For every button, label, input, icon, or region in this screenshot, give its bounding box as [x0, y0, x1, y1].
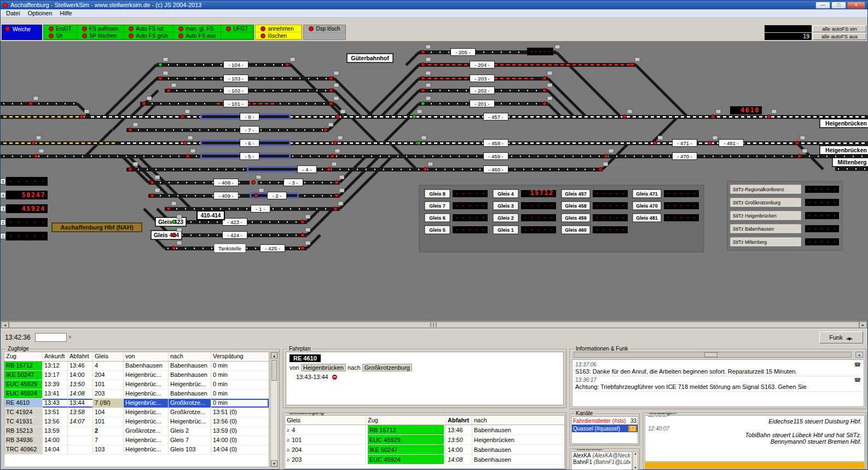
signal-red-icon[interactable] [80, 115, 84, 119]
track-segment[interactable] [126, 168, 603, 171]
signal-red-icon[interactable] [421, 89, 425, 93]
train-chip[interactable]: EUC 45924 [368, 455, 444, 464]
signal-green-icon[interactable] [172, 220, 176, 224]
gleisbelegung-column-header[interactable]: Abfahrt [446, 416, 472, 425]
signal-red-icon[interactable] [286, 63, 290, 67]
zugfolge-row[interactable]: RB 1571213:1213:464BabenhausenBabenhause… [4, 362, 269, 371]
signal-red-icon[interactable] [543, 102, 547, 106]
minimize-button[interactable]: — [815, 2, 830, 9]
signal-red-icon[interactable] [334, 207, 338, 211]
signal-red-icon[interactable] [32, 141, 36, 145]
signal-red-icon[interactable] [604, 154, 608, 158]
zugfolge-column-header[interactable]: von [124, 352, 169, 361]
signal-green-icon[interactable] [421, 102, 425, 106]
maximize-button[interactable]: □ [831, 2, 846, 9]
signal-red-icon[interactable] [181, 115, 184, 119]
signal-red-icon[interactable] [301, 233, 305, 237]
gleisbelegung-row[interactable]: ≥101EUC 4592913:50Heigenbrücken [285, 435, 564, 445]
signal-red-icon[interactable] [424, 168, 427, 171]
scroll-up-icon[interactable]: ▲ [271, 352, 277, 359]
train-chip[interactable]: IKE 50247 [368, 445, 444, 454]
track-segment[interactable] [277, 102, 334, 106]
toolbar-button[interactable]: UFGT [221, 25, 253, 32]
signal-red-icon[interactable] [186, 154, 190, 158]
signal-red-icon[interactable] [183, 141, 187, 145]
toolbar-button[interactable]: ErsGT [44, 25, 77, 32]
diagram-scrollbar[interactable]: ◄ ► [1, 321, 867, 329]
toolbar-button[interactable]: FS auflösen [77, 25, 124, 32]
signal-red-icon[interactable] [331, 154, 334, 158]
signal-red-icon[interactable] [142, 102, 146, 106]
signal-red-icon[interactable] [327, 168, 331, 171]
scroll-right-icon[interactable]: ► [859, 322, 867, 328]
signal-red-icon[interactable] [167, 89, 171, 93]
close-button[interactable]: × [847, 2, 865, 9]
toolbar-button[interactable]: löschen [256, 32, 302, 39]
signal-red-icon[interactable] [708, 141, 712, 145]
zugfolge-row[interactable]: TC 4193113:5614:07101Heigenbrüc...Heigen… [4, 417, 269, 427]
info-slider[interactable] [574, 352, 852, 358]
zugfolge-row[interactable]: TRC 4096214:04103Heigenbrüc...Gleis 1031… [4, 445, 269, 455]
signal-red-icon[interactable] [599, 168, 603, 171]
channel-item[interactable]: Quassel (#quassel)33 [572, 425, 638, 432]
track-segment[interactable] [835, 167, 868, 171]
clear-input-icon[interactable]: × [68, 334, 72, 340]
channel-item[interactable]: Fahrdienstleiter (#sts)33 [572, 417, 638, 425]
signal-red-icon[interactable] [129, 128, 132, 132]
gleisbelegung-column-header[interactable]: Gleis [285, 416, 366, 425]
teilnehmer-item[interactable]: BahnF1 (BahnF1@Lübeck [573, 459, 630, 466]
gleisbelegung-column-header[interactable]: Zug [366, 416, 446, 425]
track-segment[interactable] [1, 115, 88, 119]
signal-red-icon[interactable] [172, 233, 176, 237]
signal-red-icon[interactable] [796, 141, 800, 145]
zugfolge-column-header[interactable]: Zug [4, 352, 43, 361]
zugfolge-row[interactable]: RB 1521313:592Großkrotze...Gleis 213:59 … [4, 427, 269, 436]
funk-message[interactable]: 13:37:06☎S163: Danke für den Anruf, die … [575, 361, 861, 376]
signal-red-icon[interactable] [252, 181, 256, 185]
track-segment[interactable] [165, 89, 334, 93]
autofs-button-0[interactable]: alle autoFS ein [813, 25, 866, 32]
from-station[interactable]: Heigenbrücken [301, 364, 346, 371]
signal-red-icon[interactable] [623, 115, 627, 119]
zugfolge-row[interactable]: RB 3493614:007Heigenbrüc...Gleis 714:00 … [4, 436, 269, 445]
weiche-button[interactable]: Weiche [2, 25, 42, 40]
title-bar[interactable]: Aschaffenburg - StellwerkSim - www.stell… [1, 1, 867, 9]
teilnehmer-scrollbar[interactable]: ▲ ▼ [633, 451, 638, 470]
signal-red-icon[interactable] [34, 154, 38, 158]
train-chip[interactable]: RB 15712 [368, 425, 444, 434]
zugfolge-column-header[interactable]: Verspätung [211, 352, 269, 361]
scroll-down-icon[interactable]: ▼ [271, 460, 277, 467]
signal-red-icon[interactable] [421, 63, 425, 67]
signal-red-icon[interactable] [421, 77, 425, 81]
signal-red-icon[interactable] [172, 247, 176, 250]
command-input[interactable] [35, 333, 67, 342]
signal-red-icon[interactable] [336, 115, 340, 119]
signal-green-icon[interactable] [413, 115, 416, 119]
signal-red-icon[interactable] [630, 63, 634, 67]
toolbar-button[interactable]: man. gl. FS [173, 25, 221, 32]
signal-red-icon[interactable] [151, 194, 154, 198]
track-segment[interactable] [126, 128, 329, 132]
zugfolge-column-header[interactable]: Gleis [93, 352, 124, 361]
funk-message[interactable]: 13:36:17☎Achtung: Triebfahrzeugführer vo… [575, 376, 861, 392]
signal-green-icon[interactable] [417, 141, 421, 145]
signal-red-icon[interactable] [711, 115, 715, 119]
signal-red-icon[interactable] [335, 181, 339, 185]
teilnehmer-item[interactable]: AlexKA (AlexKA@Neckarg [573, 452, 630, 459]
scroll-up-icon[interactable]: ▲ [855, 352, 863, 358]
zugfolge-row[interactable]: TC 4192413:5113:58104Heigenbrüc...Großkr… [4, 408, 269, 417]
scroll-left-icon[interactable]: ◄ [1, 322, 9, 328]
signal-red-icon[interactable] [159, 77, 163, 81]
zugfolge-row[interactable]: IKE 5024713:1714:00204Heigenbrüc...Baben… [4, 371, 269, 380]
to-station[interactable]: Großkrotzenburg [362, 364, 412, 371]
signal-red-icon[interactable] [335, 194, 339, 198]
gleisbelegung-row[interactable]: ≥204IKE 5024714:00Babenhausen [285, 445, 564, 455]
gleisbelegung-row[interactable]: ≥203EUC 4592414:08Babenhausen [285, 455, 564, 465]
signal-red-icon[interactable] [329, 77, 333, 81]
menu-item-2[interactable]: Hilfe [56, 9, 76, 17]
signal-red-icon[interactable] [301, 220, 305, 224]
gleisbelegung-column-header[interactable]: nach [472, 416, 564, 425]
phone-icon[interactable]: ☎ [854, 362, 861, 368]
signal-red-icon[interactable] [653, 141, 657, 145]
signal-red-icon[interactable] [543, 77, 547, 81]
